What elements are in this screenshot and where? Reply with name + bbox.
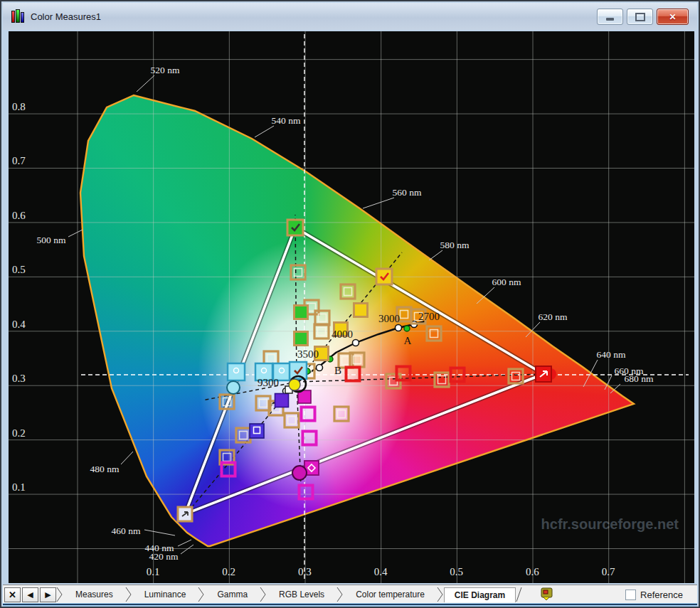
tab-color-temperature[interactable]: Color temperature	[344, 587, 437, 602]
sensor-icon	[540, 587, 553, 604]
reference-target-marker	[285, 413, 299, 427]
temperature-label: 3000	[378, 313, 400, 324]
y-tick-label: 0.7	[12, 155, 26, 166]
wavelength-label: 580 nm	[440, 240, 470, 250]
red-measure-marker	[346, 368, 360, 381]
reference-target-marker	[291, 265, 305, 279]
wavelength-leader	[583, 360, 598, 387]
wavelength-leader	[137, 75, 154, 92]
green-primary-vertex	[287, 220, 303, 235]
yellow-secondary-vertex	[376, 269, 392, 284]
cyan-measure-marker	[228, 363, 245, 380]
wavelength-leader	[68, 230, 83, 237]
reference-target-marker	[334, 407, 349, 421]
title-bar[interactable]: Color Measures1 ✕	[3, 3, 697, 30]
tab-separator	[437, 587, 444, 602]
reference-target-marker	[315, 311, 329, 325]
minimize-button[interactable]	[597, 9, 623, 25]
maximize-icon	[635, 13, 645, 21]
tab-separator	[125, 587, 132, 602]
magenta-measure-marker	[302, 407, 315, 421]
tab-separator	[516, 587, 523, 602]
reference-target-inner	[354, 356, 361, 364]
wavelength-leader	[255, 126, 274, 137]
wavelength-label: 560 nm	[393, 187, 422, 198]
purple-fill-marker	[275, 394, 289, 407]
tab-rgb-levels[interactable]: RGB Levels	[267, 587, 336, 602]
wavelength-leader	[121, 452, 133, 464]
wavelength-label: 520 nm	[151, 65, 180, 75]
wavelength-leader	[181, 545, 193, 554]
x-tick-label: 0.4	[374, 566, 388, 577]
blackbody-point	[396, 325, 402, 331]
tab-cie-diagram[interactable]: CIE Diagram	[444, 587, 516, 602]
maximize-button[interactable]	[627, 9, 653, 25]
app-window: Color Measures1 ✕ hcfr.sourceforge.net 5…	[0, 0, 700, 608]
gamut-dashed-line	[295, 215, 297, 382]
reference-target-inner	[267, 355, 275, 363]
reference-label: Reference	[640, 590, 683, 600]
close-view-button[interactable]: ✕	[4, 587, 21, 602]
prev-tab-button[interactable]: ◀	[22, 587, 38, 602]
tab-separator	[336, 587, 344, 602]
cie-diagram-plot: hcfr.sourceforge.net 520 nm540 nm560 nm5…	[9, 31, 694, 583]
wavelength-label: 420 nm	[149, 551, 179, 562]
wavelength-label: 500 nm	[37, 235, 66, 245]
wavelength-label: 680 nm	[625, 373, 654, 384]
minimize-icon	[606, 18, 614, 21]
wavelength-leader	[477, 287, 494, 304]
reference-target-inner	[338, 410, 346, 418]
tab-gamma[interactable]: Gamma	[205, 587, 260, 602]
magenta-secondary-circle	[292, 466, 307, 480]
green-measure-marker	[295, 306, 308, 319]
x-tick-label: 0.5	[450, 566, 463, 577]
temperature-label: 9300	[258, 377, 279, 388]
y-tick-label: 0.3	[12, 373, 26, 384]
x-tick-label: 0.7	[602, 566, 615, 577]
cyan-secondary-circle	[227, 381, 240, 394]
close-button[interactable]: ✕	[657, 9, 689, 25]
y-tick-label: 0.8	[12, 101, 26, 112]
measured-white-dot	[289, 379, 300, 390]
watermark: hcfr.sourceforge.net	[541, 516, 679, 532]
x-tick-label: 0.2	[222, 566, 235, 577]
temperature-label: A	[404, 335, 412, 346]
tab-separator	[56, 587, 63, 602]
x-tick-label: 0.3	[298, 566, 312, 577]
wavelength-leader	[178, 540, 191, 546]
reference-target-marker	[427, 326, 441, 341]
x-tick-label: 0.1	[147, 566, 160, 577]
window-title: Color Measures1	[31, 11, 101, 22]
wavelength-label: 640 nm	[597, 349, 626, 360]
reference-target-inner	[344, 288, 352, 296]
reference-target-inner	[240, 432, 248, 439]
wavelength-label: 480 nm	[90, 464, 120, 474]
wavelength-leader	[144, 530, 175, 535]
reference-target-inner	[288, 417, 296, 425]
reference-target-inner	[430, 330, 438, 338]
tab-measures[interactable]: Measures	[63, 587, 125, 602]
measured-temp-dot	[404, 326, 410, 331]
reference-target-marker	[341, 284, 355, 299]
tab-separator	[260, 587, 267, 602]
window-bottom-edge	[3, 604, 697, 605]
wavelength-label: 620 nm	[539, 311, 568, 322]
tab-luminance[interactable]: Luminance	[132, 587, 198, 602]
wavelength-leader	[363, 198, 394, 208]
reference-target-inner	[260, 400, 267, 407]
reference-checkbox[interactable]	[625, 590, 636, 600]
blackbody-point	[353, 340, 359, 346]
temperature-label: B	[334, 365, 341, 376]
wavelength-label: 540 nm	[272, 115, 301, 126]
y-tick-label: 0.4	[12, 319, 26, 330]
blue-secondary-marker	[250, 424, 264, 438]
reference-target-inner	[342, 357, 350, 365]
wavelength-label: 600 nm	[492, 277, 521, 287]
rgb-bars-icon	[11, 10, 24, 23]
next-tab-button[interactable]: ▶	[40, 587, 56, 602]
wavelength-label: 460 nm	[112, 526, 141, 536]
magenta-measure-marker	[299, 486, 313, 499]
temperature-label: 3500	[297, 348, 319, 360]
y-tick-label: 0.1	[12, 481, 26, 493]
tab-separator	[198, 587, 205, 602]
